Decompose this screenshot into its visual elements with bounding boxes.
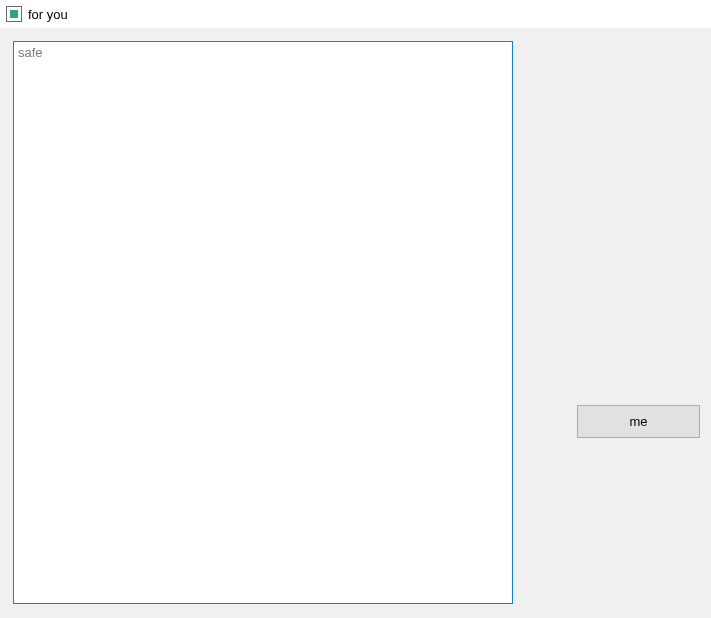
main-textarea[interactable] xyxy=(13,41,513,604)
title-bar: for you xyxy=(0,0,711,28)
window-title: for you xyxy=(28,7,68,22)
textarea-container xyxy=(13,41,513,604)
app-icon xyxy=(6,6,22,22)
me-button[interactable]: me xyxy=(577,405,700,438)
client-area: me xyxy=(0,28,711,618)
